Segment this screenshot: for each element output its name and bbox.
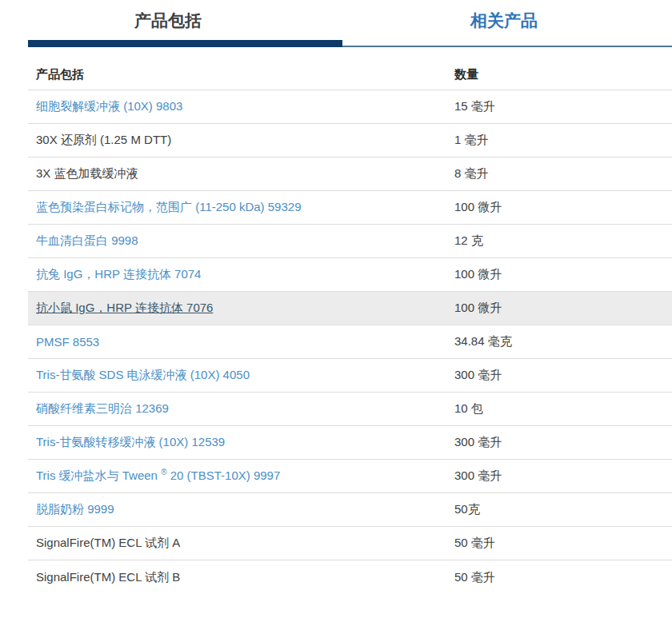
product-link[interactable]: Tris-甘氨酸 SDS 电泳缓冲液 (10X) 4050	[36, 368, 250, 381]
product-name-cell: 硝酸纤维素三明治 12369	[28, 401, 454, 417]
product-name-cell: 抗小鼠 IgG，HRP 连接抗体 7076	[28, 301, 454, 316]
product-link[interactable]: 抗小鼠 IgG，HRP 连接抗体 7076	[36, 301, 213, 314]
product-name-cell: 脱脂奶粉 9999	[28, 502, 454, 517]
products-table: 产品包括 数量 细胞裂解缓冲液 (10X) 980315 毫升30X 还原剂 (…	[28, 60, 672, 594]
product-label: Tris 缓冲盐水与 Tween	[36, 468, 161, 482]
product-label: Tris-甘氨酸转移缓冲液 (10X) 12539	[36, 435, 225, 449]
quantity-cell: 300 毫升	[454, 368, 672, 383]
quantity-cell: 300 毫升	[454, 435, 672, 450]
table-row: Tris-甘氨酸转移缓冲液 (10X) 12539300 毫升	[28, 426, 672, 460]
tab-products-included[interactable]: 产品包括	[0, 0, 336, 40]
product-name-cell: Tris-甘氨酸转移缓冲液 (10X) 12539	[28, 435, 454, 450]
product-name-cell: 3X 蓝色加载缓冲液	[28, 166, 454, 181]
tab-bar: 产品包括 相关产品	[0, 0, 672, 40]
table-row: SignalFire(TM) ECL 试剂 B50 毫升	[28, 560, 672, 594]
header-product-column: 产品包括	[28, 67, 454, 82]
table-row: SignalFire(TM) ECL 试剂 A50 毫升	[28, 527, 672, 560]
table-row: Tris 缓冲盐水与 Tween ® 20 (TBST-10X) 9997300…	[28, 460, 672, 493]
table-row: 牛血清白蛋白 999812 克	[28, 225, 672, 258]
product-name-cell: SignalFire(TM) ECL 试剂 A	[28, 536, 454, 551]
product-link[interactable]: 抗兔 IgG，HRP 连接抗体 7074	[36, 267, 201, 281]
quantity-cell: 50 毫升	[454, 570, 672, 585]
product-label: 30X 还原剂 (1.25 M DTT)	[36, 133, 171, 146]
product-label: 抗小鼠 IgG，HRP 连接抗体 7076	[36, 301, 213, 314]
tab-underline	[0, 40, 672, 47]
product-name-cell: 抗兔 IgG，HRP 连接抗体 7074	[28, 267, 454, 282]
product-label: 抗兔 IgG，HRP 连接抗体 7074	[36, 267, 201, 281]
product-link[interactable]: Tris 缓冲盐水与 Tween ® 20 (TBST-10X) 9997	[36, 468, 280, 482]
quantity-cell: 10 包	[454, 401, 672, 417]
product-text: SignalFire(TM) ECL 试剂 A	[36, 536, 180, 549]
product-link[interactable]: 细胞裂解缓冲液 (10X) 9803	[36, 99, 182, 113]
product-link[interactable]: 脱脂奶粉 9999	[36, 502, 114, 516]
quantity-cell: 50 毫升	[454, 536, 672, 551]
tab-divider-line	[342, 46, 672, 47]
quantity-cell: 12 克	[454, 233, 672, 249]
product-name-cell: PMSF 8553	[28, 335, 454, 349]
product-name-cell: Tris 缓冲盐水与 Tween ® 20 (TBST-10X) 9997	[28, 468, 454, 484]
product-text: 30X 还原剂 (1.25 M DTT)	[36, 133, 171, 146]
product-name-cell: Tris-甘氨酸 SDS 电泳缓冲液 (10X) 4050	[28, 368, 454, 383]
product-link[interactable]: 蓝色预染蛋白标记物，范围广 (11-250 kDa) 59329	[36, 200, 301, 213]
table-row: 3X 蓝色加载缓冲液8 毫升	[28, 157, 672, 191]
product-label: SignalFire(TM) ECL 试剂 A	[36, 536, 180, 549]
quantity-cell: 300 毫升	[454, 468, 672, 484]
table-row: 30X 还原剂 (1.25 M DTT)1 毫升	[28, 124, 672, 157]
quantity-cell: 50克	[454, 502, 672, 517]
quantity-cell: 1 毫升	[454, 133, 672, 148]
product-label: Tris-甘氨酸 SDS 电泳缓冲液 (10X) 4050	[36, 368, 250, 381]
table-header-row: 产品包括 数量	[28, 60, 672, 90]
quantity-cell: 100 微升	[454, 200, 672, 215]
product-label: 硝酸纤维素三明治 12369	[36, 401, 169, 415]
quantity-cell: 15 毫升	[454, 99, 672, 114]
product-name-cell: 牛血清白蛋白 9998	[28, 233, 454, 249]
table-row: 抗小鼠 IgG，HRP 连接抗体 7076100 微升	[28, 292, 672, 325]
product-link[interactable]: 牛血清白蛋白 9998	[36, 233, 138, 247]
quantity-cell: 100 微升	[454, 267, 672, 282]
quantity-cell: 34.84 毫克	[454, 334, 672, 349]
registered-trademark-sup: ®	[161, 468, 166, 476]
product-link[interactable]: PMSF 8553	[36, 335, 99, 349]
table-body: 细胞裂解缓冲液 (10X) 980315 毫升30X 还原剂 (1.25 M D…	[28, 90, 672, 594]
table-row: 脱脂奶粉 999950克	[28, 493, 672, 527]
product-label-after: 20 (TBST-10X) 9997	[167, 468, 281, 482]
table-row: 蓝色预染蛋白标记物，范围广 (11-250 kDa) 59329100 微升	[28, 191, 672, 225]
product-name-cell: 30X 还原剂 (1.25 M DTT)	[28, 133, 454, 148]
product-name-cell: 细胞裂解缓冲液 (10X) 9803	[28, 99, 454, 114]
table-row: 细胞裂解缓冲液 (10X) 980315 毫升	[28, 90, 672, 124]
table-row: 硝酸纤维素三明治 1236910 包	[28, 393, 672, 426]
product-label: 蓝色预染蛋白标记物，范围广 (11-250 kDa) 59329	[36, 200, 301, 213]
product-label: PMSF 8553	[36, 335, 99, 349]
product-label: 脱脂奶粉 9999	[36, 502, 114, 516]
product-label: 细胞裂解缓冲液 (10X) 9803	[36, 99, 182, 113]
header-quantity-column: 数量	[454, 67, 672, 82]
tab-related-products[interactable]: 相关产品	[336, 0, 672, 40]
table-row: 抗兔 IgG，HRP 连接抗体 7074100 微升	[28, 258, 672, 292]
product-label: 牛血清白蛋白 9998	[36, 233, 138, 247]
quantity-cell: 100 微升	[454, 301, 672, 316]
table-row: Tris-甘氨酸 SDS 电泳缓冲液 (10X) 4050300 毫升	[28, 359, 672, 393]
product-name-cell: 蓝色预染蛋白标记物，范围广 (11-250 kDa) 59329	[28, 200, 454, 215]
product-label: 3X 蓝色加载缓冲液	[36, 166, 138, 180]
active-tab-indicator	[28, 40, 342, 47]
product-link[interactable]: 硝酸纤维素三明治 12369	[36, 401, 169, 415]
quantity-cell: 8 毫升	[454, 166, 672, 181]
product-text: SignalFire(TM) ECL 试剂 B	[36, 570, 180, 584]
table-row: PMSF 855334.84 毫克	[28, 325, 672, 359]
product-label: SignalFire(TM) ECL 试剂 B	[36, 570, 180, 584]
product-text: 3X 蓝色加载缓冲液	[36, 166, 138, 180]
product-name-cell: SignalFire(TM) ECL 试剂 B	[28, 570, 454, 585]
product-link[interactable]: Tris-甘氨酸转移缓冲液 (10X) 12539	[36, 435, 225, 449]
